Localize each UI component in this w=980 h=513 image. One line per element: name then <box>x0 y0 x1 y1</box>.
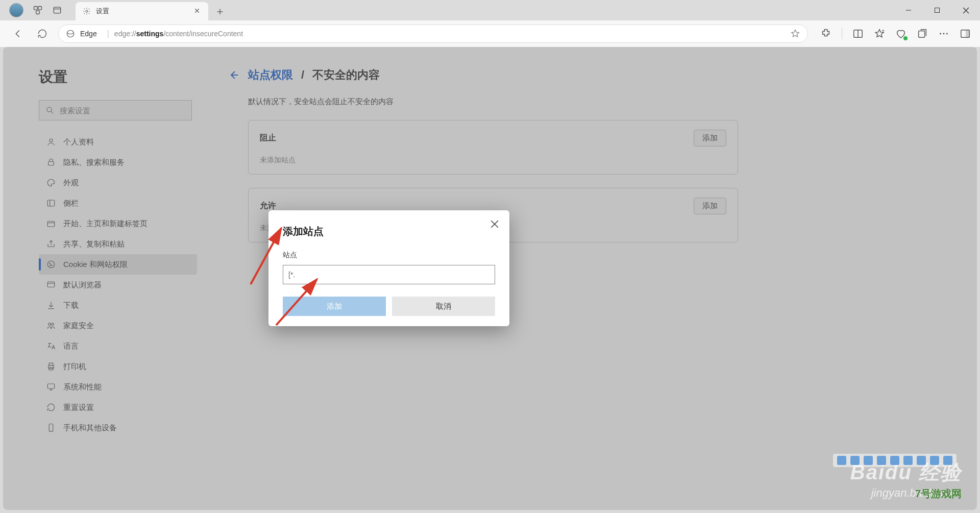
tab-icon <box>46 218 56 229</box>
palette-icon <box>46 178 56 188</box>
refresh-button[interactable] <box>34 25 51 42</box>
svg-point-40 <box>52 323 54 326</box>
back-button[interactable] <box>9 25 27 42</box>
download-icon <box>46 300 56 310</box>
svg-rect-19 <box>919 31 925 38</box>
settings-search-input[interactable] <box>60 106 185 115</box>
more-icon[interactable] <box>938 28 949 39</box>
split-screen-icon[interactable] <box>852 28 864 39</box>
minimize-button[interactable] <box>894 0 923 20</box>
modal-field-label: 站点 <box>283 251 495 260</box>
profile-avatar[interactable] <box>9 3 23 17</box>
modal-title: 添加站点 <box>283 225 495 238</box>
page-description: 默认情况下，安全站点会阻止不安全的内容 <box>248 97 941 107</box>
sidebar-item-label: 侧栏 <box>63 199 79 208</box>
svg-rect-43 <box>49 363 53 365</box>
svg-rect-29 <box>47 200 55 206</box>
block-section-title: 阻止 <box>260 133 276 143</box>
modal-site-input[interactable] <box>283 265 495 284</box>
sidebar-item-12[interactable]: 系统和性能 <box>39 377 197 397</box>
toolbar-right <box>815 28 971 39</box>
sidebar-item-label: Cookie 和网站权限 <box>63 260 128 270</box>
modal-cancel-button[interactable]: 取消 <box>392 297 495 316</box>
address-bar[interactable]: Edge | edge://settings/content/insecureC… <box>58 25 808 43</box>
rewards-icon[interactable] <box>895 28 906 39</box>
svg-rect-1 <box>38 7 42 10</box>
svg-point-35 <box>50 265 51 266</box>
close-tab-icon[interactable] <box>194 8 201 15</box>
url-scheme-label: Edge <box>80 30 102 38</box>
browser-tab[interactable]: 设置 <box>76 2 208 20</box>
new-tab-button[interactable] <box>211 3 229 20</box>
sidebar-item-label: 手机和其他设备 <box>63 423 117 433</box>
sidebar-item-label: 个人资料 <box>63 137 94 147</box>
sidebar-item-9[interactable]: 家庭安全 <box>39 315 197 336</box>
sidebar-item-label: 开始、主页和新建标签页 <box>63 219 148 229</box>
block-add-button[interactable]: 添加 <box>694 130 726 146</box>
modal-close-icon[interactable] <box>490 219 500 230</box>
search-icon <box>45 106 55 115</box>
svg-point-21 <box>943 33 945 35</box>
url-text: edge://settings/content/insecureContent <box>114 30 243 38</box>
sidebar-item-7[interactable]: 默认浏览器 <box>39 275 197 295</box>
svg-rect-0 <box>34 7 38 10</box>
allow-add-button[interactable]: 添加 <box>694 198 726 214</box>
sidebar-item-3[interactable]: 侧栏 <box>39 193 197 213</box>
svg-point-25 <box>47 107 52 112</box>
sidebar-toggle-icon[interactable] <box>960 28 971 39</box>
sidebar-item-4[interactable]: 开始、主页和新建标签页 <box>39 213 197 234</box>
svg-rect-11 <box>935 8 940 13</box>
window-titlebar: 设置 <box>0 0 980 20</box>
favorite-icon[interactable] <box>790 29 800 39</box>
breadcrumb-back-icon[interactable] <box>228 69 240 81</box>
sidebar-item-11[interactable]: 打印机 <box>39 356 197 377</box>
page-content: 设置 个人资料隐私、搜索和服务外观侧栏开始、主页和新建标签页共享、复制和粘贴Co… <box>3 47 977 510</box>
tab-title: 设置 <box>96 7 189 16</box>
sidebar-item-label: 家庭安全 <box>63 321 94 331</box>
sidebar-item-label: 打印机 <box>63 362 86 372</box>
sidebar-item-6[interactable]: Cookie 和网站权限 <box>39 254 197 275</box>
watermark-corner: 7号游戏网 <box>915 487 962 501</box>
user-icon <box>46 137 56 147</box>
sidebar-item-label: 语言 <box>63 341 79 351</box>
favorites-icon[interactable] <box>874 28 885 39</box>
sidebar-item-0[interactable]: 个人资料 <box>39 132 197 152</box>
language-icon <box>46 341 56 351</box>
svg-point-34 <box>52 265 53 266</box>
sidebar-item-5[interactable]: 共享、复制和粘贴 <box>39 234 197 254</box>
collections-icon[interactable] <box>917 28 928 39</box>
sidebar-item-label: 外观 <box>63 178 79 188</box>
svg-point-33 <box>50 263 51 264</box>
breadcrumb: 站点权限 / 不安全的内容 <box>228 67 941 83</box>
sidebar-item-label: 共享、复制和粘贴 <box>63 239 125 249</box>
settings-search[interactable] <box>39 100 192 120</box>
phone-icon <box>46 423 56 433</box>
sidebar-item-10[interactable]: 语言 <box>39 336 197 356</box>
svg-rect-24 <box>966 30 969 38</box>
workspaces-icon[interactable] <box>33 5 43 15</box>
sidebar-item-14[interactable]: 手机和其他设备 <box>39 418 197 438</box>
breadcrumb-link[interactable]: 站点权限 <box>248 67 293 83</box>
tab-overview-icon[interactable] <box>52 5 62 15</box>
close-window-button[interactable] <box>951 0 980 20</box>
sidebar-item-label: 重置设置 <box>63 403 94 412</box>
sidebar-item-13[interactable]: 重置设置 <box>39 397 197 418</box>
add-site-modal: 添加站点 站点 添加 取消 <box>268 210 509 326</box>
sidebar-item-2[interactable]: 外观 <box>39 173 197 193</box>
sidebar-item-label: 默认浏览器 <box>63 280 102 290</box>
page-title: 设置 <box>39 67 197 87</box>
modal-add-button[interactable]: 添加 <box>283 297 386 316</box>
address-bar-row: Edge | edge://settings/content/insecureC… <box>0 20 980 47</box>
cookie-icon <box>46 259 56 270</box>
svg-rect-45 <box>47 384 55 388</box>
sidebar-item-8[interactable]: 下载 <box>39 295 197 315</box>
sidebar-item-label: 系统和性能 <box>63 382 102 392</box>
maximize-button[interactable] <box>923 0 951 20</box>
sidebar-item-label: 隐私、搜索和服务 <box>63 158 125 167</box>
extensions-icon[interactable] <box>820 28 831 39</box>
gear-icon <box>83 7 91 15</box>
browser-icon <box>46 280 56 290</box>
settings-sidebar: 设置 个人资料隐私、搜索和服务外观侧栏开始、主页和新建标签页共享、复制和粘贴Co… <box>3 47 207 510</box>
sidebar-item-1[interactable]: 隐私、搜索和服务 <box>39 152 197 173</box>
window-controls <box>894 0 980 20</box>
